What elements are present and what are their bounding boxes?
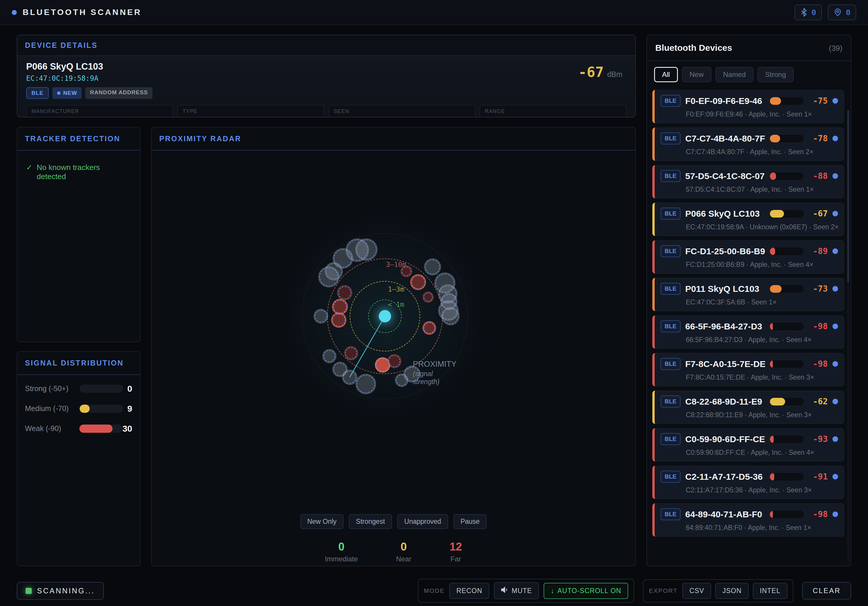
autoscroll-toggle[interactable]: ↓ AUTO-SCROLL ON [544,583,628,599]
radar-device-dot[interactable] [402,267,411,276]
radar-device-dot[interactable] [424,322,435,334]
device-list-item[interactable]: BLEC2-11-A7-17-D5-36-91C2:11:A7:17:D5:36… [652,466,844,499]
radar-device-dot[interactable] [411,275,425,289]
device-subtext: C8:22:68:9D:11:E9 · Apple, Inc. · Seen 3… [686,411,838,419]
signal-bar-track [80,405,123,413]
device-list-item[interactable]: BLE64-89-40-71-AB-F0-9864:89:40:71:AB:F0… [652,503,844,537]
tracker-detection-panel: TRACKER DETECTION ✓ No known trackers de… [17,127,141,342]
device-row: BLEF0-EF-09-F6-E9-46-75 [660,95,838,107]
radar-device-dot[interactable] [424,293,432,301]
device-name: C7-C7-4B-4A-80-7F [685,134,765,144]
device-subtext: F7:8C:A0:15:7E:DE · Apple, Inc. · Seen 3… [686,374,838,381]
device-list-item[interactable]: BLEFC-D1-25-00-B6-B9-89FC:D1:25:00:B6:B9… [652,240,844,274]
device-row: BLEP066 SkyQ LC103-67 [660,207,838,220]
radar-device-dot[interactable] [356,240,377,260]
device-list-item[interactable]: BLE57-D5-C4-1C-8C-07-8857:D5:C4:1C:8C:07… [652,165,844,198]
radar-device-dot[interactable] [338,286,351,299]
signal-bar-fill [770,285,781,293]
export-json-button[interactable]: JSON [715,583,749,599]
device-status-dot [832,98,838,104]
location-count-badge[interactable]: 0 [828,5,856,20]
radar-button-unapproved[interactable]: Unapproved [397,514,448,529]
signal-bar-fill [770,398,785,405]
mute-label: MUTE [512,587,532,595]
device-rssi: -67 dBm [578,64,622,80]
filter-tab-strong[interactable]: Strong [758,67,794,82]
scrollbar-thumb[interactable] [847,110,849,282]
radar-device-dot[interactable] [389,355,400,367]
clear-button[interactable]: CLEAR [802,582,851,600]
device-rssi: -62 [808,397,828,407]
device-row: BLEF7-8C-A0-15-7E-DE-98 [660,358,838,370]
device-name: 66-5F-96-B4-27-D3 [685,322,765,331]
tracker-panel-title: TRACKER DETECTION [25,134,132,143]
signal-row-label: Weak (-90) [25,424,79,433]
radar-device-dot[interactable] [324,350,335,362]
rssi-unit: dBm [608,70,622,79]
device-list-item[interactable]: BLEC7-C7-4B-4A-80-7F-78C7:C7:4B:4A:80:7F… [652,127,844,161]
proximity-count-value: 0 [325,541,358,553]
device-row: BLE64-89-40-71-AB-F0-98 [660,508,838,520]
device-name: C2-11-A7-17-D5-36 [685,472,765,482]
device-list-item[interactable]: BLEF7-8C-A0-15-7E-DE-98F7:8C:A0:15:7E:DE… [652,353,844,386]
device-status-dot [832,399,838,404]
radar-device-dot[interactable] [343,371,356,384]
radar-device-dot[interactable] [443,308,459,324]
filter-tab-all[interactable]: All [654,67,678,82]
radar-device-dot[interactable] [315,310,327,322]
device-subtext: F0:EF:09:F6:E9:46 · Apple, Inc. · Seen 1… [686,110,838,118]
mode-recon-button[interactable]: RECON [449,583,489,599]
signal-row-label: Strong (-50+) [25,384,80,393]
signal-bar-track [770,97,804,105]
signal-bar-fill [770,97,781,105]
signal-panel-title: SIGNAL DISTRIBUTION [25,359,132,367]
field-value: 1× [334,116,470,117]
ble-badge: BLE [660,207,680,220]
device-name: P066 SkyQ LC103 [685,209,765,219]
device-status-dot [832,512,838,517]
signal-bar-track [79,425,122,433]
device-list-item[interactable]: BLE66-5F-96-B4-27-D3-9866:5F:96:B4:27:D3… [652,315,844,349]
signal-row-value: 0 [123,384,132,394]
brand-dot-icon [12,10,17,15]
device-details-title: DEVICE DETAILS [25,41,628,49]
device-list-item[interactable]: BLEC0-59-90-6D-FF-CE-93C0:59:90:6D:FF:CE… [652,428,844,462]
device-field-range: RANGEunknown [479,105,626,117]
scanning-indicator-icon [26,588,32,594]
device-name: F0-EF-09-F6-E9-46 [685,96,765,106]
mute-button[interactable]: MUTE [494,582,539,599]
field-value: random [183,116,319,117]
radar-device-dot[interactable] [357,375,375,393]
export-csv-button[interactable]: CSV [682,583,711,599]
field-label: TYPE [183,108,319,114]
bluetooth-devices-sidebar: Bluetooth Devices (39) AllNewNamedStrong… [646,35,851,566]
radar-device-dot[interactable] [345,347,357,359]
bluetooth-count-badge[interactable]: 0 [795,5,822,20]
radar-device-dot[interactable] [319,267,338,286]
device-list-item[interactable]: BLEP011 SkyQ LC103-73EC:47:0C:3F:5A:6B ·… [652,278,844,311]
radar-button-strongest[interactable]: Strongest [349,514,392,529]
device-rssi: -98 [808,359,828,369]
filter-tab-new[interactable]: New [682,67,711,82]
radar-device-dot[interactable] [333,300,347,314]
signal-row: Weak (-90)30 [25,424,132,434]
device-list-scrollbar[interactable] [847,110,849,563]
filter-tab-named[interactable]: Named [716,67,753,82]
radar-device-dot[interactable] [332,314,345,326]
export-intel-button[interactable]: INTEL [753,583,787,599]
radar-button-new-only[interactable]: New Only [300,514,344,529]
proximity-count-value: 12 [450,541,462,553]
device-list-item[interactable]: BLEP066 SkyQ LC103-67EC:47:0C:19:58:9A ·… [652,203,844,236]
ble-badge: BLE [660,170,680,182]
radar-device-dot[interactable] [425,260,440,274]
radar-button-pause[interactable]: Pause [453,514,487,529]
device-list-item[interactable]: BLEC8-22-68-9D-11-E9-62C8:22:68:9D:11:E9… [652,391,844,424]
signal-bar-fill [79,425,113,433]
device-name: FC-D1-25-00-B6-B9 [685,246,765,256]
device-rssi: -93 [808,434,828,444]
device-status-dot [832,474,838,479]
radar-device-dot[interactable] [376,359,389,371]
device-rssi: -88 [808,171,828,181]
device-status-dot [832,173,838,179]
device-list-item[interactable]: BLEF0-EF-09-F6-E9-46-75F0:EF:09:F6:E9:46… [652,90,844,123]
